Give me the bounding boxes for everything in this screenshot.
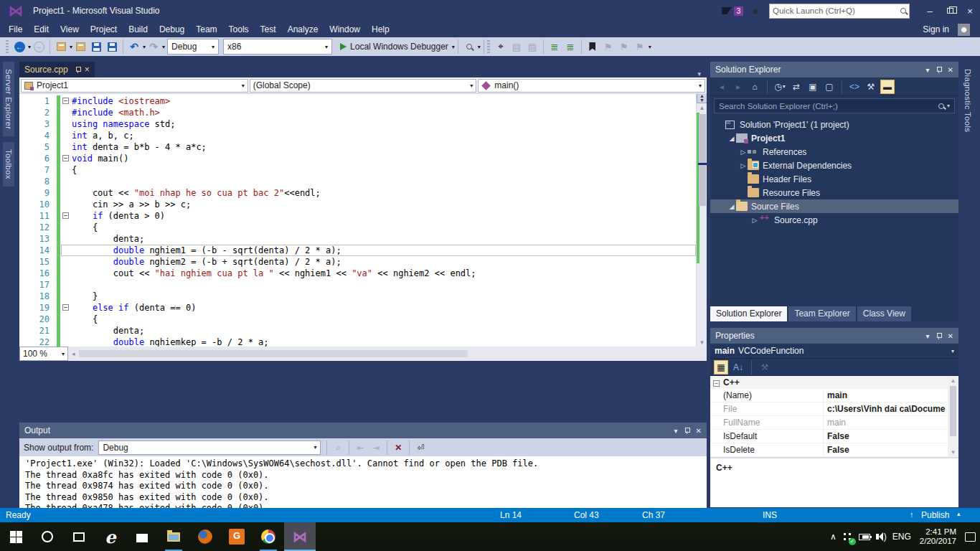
pin-window-icon[interactable] bbox=[684, 427, 689, 434]
menu-project[interactable]: Project bbox=[85, 22, 123, 37]
code-line[interactable]: 19− else if (denta == 0) bbox=[19, 302, 696, 314]
property-value[interactable]: c:\Users\Vinh dai ca\Docume bbox=[824, 402, 948, 415]
window-position-caret-icon[interactable]: ▾ bbox=[926, 66, 930, 74]
navigate-back-button[interactable]: ← bbox=[11, 39, 27, 55]
save-button[interactable] bbox=[88, 39, 104, 55]
menu-debug[interactable]: Debug bbox=[154, 22, 190, 37]
code-line[interactable]: 16 cout << "hai nghiem cua pt la " << ng… bbox=[19, 268, 696, 279]
window-position-caret-icon[interactable]: ▾ bbox=[926, 332, 930, 340]
code-line[interactable]: 1−#include <iostream> bbox=[19, 95, 696, 107]
solution-search-box[interactable]: ▾ bbox=[714, 98, 955, 113]
tab-server-explorer[interactable]: Server Explorer bbox=[3, 62, 14, 136]
code-line[interactable]: 22 double nghiemkep = -b / 2 * a; bbox=[19, 336, 696, 347]
language-indicator[interactable]: ENG bbox=[892, 532, 911, 542]
debugger-target-caret-icon[interactable]: ▾ bbox=[452, 44, 455, 50]
collapsed-arrow-icon[interactable]: ▷ bbox=[750, 217, 759, 224]
toolbar-grip[interactable] bbox=[6, 40, 9, 53]
pin-window-icon[interactable] bbox=[936, 66, 941, 73]
property-row-isdelete[interactable]: IsDeleteFalse bbox=[710, 443, 948, 457]
code-line[interactable]: 14 double nghiem1 = (-b - sqrt(denta) / … bbox=[19, 245, 696, 256]
scroll-left-icon[interactable]: ◂ bbox=[68, 350, 79, 357]
dropbox-tray-icon[interactable] bbox=[842, 532, 853, 542]
code-line[interactable]: 8 bbox=[19, 176, 696, 187]
property-row-name[interactable]: (Name)main bbox=[710, 389, 948, 402]
back-button[interactable]: ◂ bbox=[715, 80, 729, 94]
categorized-view-button[interactable]: ▦ bbox=[714, 360, 728, 375]
pin-tab-icon[interactable] bbox=[75, 66, 80, 73]
sync-with-active-document-button[interactable]: ⇄ bbox=[789, 80, 804, 94]
window-position-caret-icon[interactable]: ▾ bbox=[674, 427, 678, 435]
show-all-files-button[interactable]: ▢ bbox=[822, 80, 837, 94]
code-line[interactable]: 5int denta = b*b - 4 * a*c; bbox=[19, 141, 696, 153]
menu-tools[interactable]: Tools bbox=[223, 22, 255, 37]
tree-item-external-dependencies[interactable]: ▷External Dependencies bbox=[710, 159, 958, 172]
tree-item-resource-files[interactable]: Resource Files bbox=[710, 186, 958, 199]
collapsed-arrow-icon[interactable]: ▷ bbox=[739, 162, 748, 169]
next-message-button[interactable]: ⇥ bbox=[368, 441, 384, 455]
new-project-button[interactable] bbox=[53, 39, 69, 55]
view-code-button[interactable]: <> bbox=[847, 80, 862, 94]
menu-build[interactable]: Build bbox=[123, 22, 154, 37]
tree-item-solution-project1-1-project[interactable]: Solution 'Project1' (1 project) bbox=[710, 118, 958, 131]
find-message-button[interactable]: ⌕ bbox=[330, 441, 346, 455]
clock[interactable]: 2:41 PM 2/20/2017 bbox=[917, 527, 959, 546]
output-source-dropdown[interactable]: Debug▾ bbox=[98, 441, 321, 455]
pin-window-icon[interactable] bbox=[936, 332, 941, 339]
code-line[interactable]: 20 { bbox=[19, 314, 696, 325]
navigate-cursor-button[interactable]: ⌖ bbox=[493, 39, 509, 55]
menu-view[interactable]: View bbox=[55, 22, 85, 37]
minimize-button[interactable]: – bbox=[920, 1, 940, 20]
taskbar-start[interactable] bbox=[0, 522, 32, 551]
previous-bookmark-button[interactable]: ⚑ bbox=[600, 39, 616, 55]
fold-margin[interactable]: − bbox=[61, 210, 72, 222]
volume-icon[interactable]: ) bbox=[876, 532, 887, 542]
taskbar-chrome[interactable] bbox=[253, 522, 284, 551]
expanded-arrow-icon[interactable]: ◢ bbox=[727, 203, 736, 210]
tree-item-source-files[interactable]: ◢Source Files bbox=[710, 199, 958, 213]
tab-toolbox[interactable]: Toolbox bbox=[3, 142, 14, 187]
member-dropdown[interactable]: main()▾ bbox=[478, 79, 705, 93]
scroll-up-icon[interactable]: ▲ bbox=[697, 105, 707, 111]
code-line[interactable]: 4int a, b, c; bbox=[19, 130, 696, 141]
document-list-caret-icon[interactable]: ▾ bbox=[697, 70, 707, 77]
redo-button[interactable]: ↷ bbox=[146, 39, 161, 55]
solution-search-input[interactable] bbox=[719, 102, 938, 110]
sign-in-link[interactable]: Sign in bbox=[923, 24, 949, 34]
battery-icon[interactable] bbox=[859, 534, 870, 540]
fold-margin[interactable]: − bbox=[61, 302, 72, 314]
notifications-flag-icon[interactable] bbox=[722, 7, 732, 14]
properties-scrollbar[interactable]: ▲ ▼ bbox=[948, 376, 958, 457]
code-line[interactable]: 7{ bbox=[19, 164, 696, 176]
code-line[interactable]: 9 cout << "moi nhap he so cua pt bac 2"<… bbox=[19, 187, 696, 199]
output-title-bar[interactable]: Output ▾ ✕ bbox=[19, 423, 707, 438]
solution-config-dropdown[interactable]: Debug▾ bbox=[167, 39, 219, 55]
uncomment-button[interactable]: ▤ bbox=[524, 39, 540, 55]
collapse-region-icon[interactable]: − bbox=[62, 304, 69, 311]
tree-item-references[interactable]: ▷References bbox=[710, 145, 958, 159]
code-line[interactable]: 12 { bbox=[19, 222, 696, 233]
collapse-all-button[interactable]: ▣ bbox=[806, 80, 820, 94]
taskbar-task-view[interactable] bbox=[63, 522, 95, 551]
expanded-arrow-icon[interactable]: ◢ bbox=[727, 135, 736, 142]
code-line[interactable]: 21 denta; bbox=[19, 325, 696, 336]
toggle-word-wrap-button[interactable]: ⏎ bbox=[413, 441, 428, 455]
code-line[interactable]: 17 bbox=[19, 279, 696, 291]
pending-changes-filter-button[interactable]: ◷▾ bbox=[773, 80, 787, 94]
property-value[interactable]: main bbox=[824, 416, 948, 429]
scrollbar-thumb[interactable] bbox=[699, 114, 706, 206]
tab-team-explorer[interactable]: Team Explorer bbox=[788, 306, 855, 321]
code-line[interactable]: 11− if (denta > 0) bbox=[19, 210, 696, 222]
preview-selected-items-button[interactable]: ▬ bbox=[880, 80, 895, 94]
menu-help[interactable]: Help bbox=[366, 22, 395, 37]
save-all-button[interactable] bbox=[104, 39, 120, 55]
text-editor-toolbar-grip[interactable] bbox=[487, 40, 490, 53]
close-window-icon[interactable]: ✕ bbox=[696, 427, 702, 435]
menu-analyze[interactable]: Analyze bbox=[282, 22, 324, 37]
redo-caret-icon[interactable]: ▾ bbox=[162, 44, 165, 50]
taskbar-visual-studio[interactable]: ⋈ bbox=[284, 522, 316, 551]
navigate-forward-button[interactable]: → bbox=[31, 39, 47, 55]
tree-item-project1[interactable]: ◢Project1 bbox=[710, 131, 958, 145]
quick-launch-input[interactable] bbox=[773, 6, 900, 15]
close-window-icon[interactable]: ✕ bbox=[948, 66, 953, 74]
taskbar-foxit-pdf[interactable]: G bbox=[221, 522, 253, 551]
